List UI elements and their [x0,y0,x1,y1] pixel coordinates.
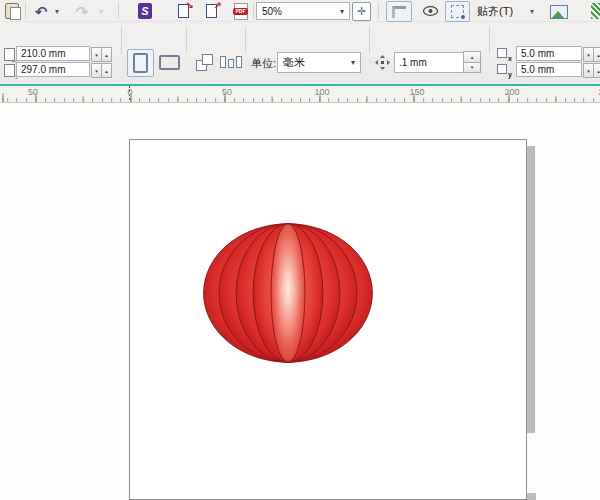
toolbar-separator [369,26,370,54]
page-height-icon: ↕ [3,64,16,77]
pdf-icon: PDF [234,3,248,20]
spinner-up-icon[interactable]: ▴ [593,63,600,78]
units-combobox[interactable]: 毫米 ▾ [277,52,361,73]
show-rulers-toggle[interactable] [386,1,412,22]
toolbar-separator [121,26,122,54]
chevron-down-icon: ▾ [55,8,59,16]
move-arrows-icon [375,55,390,70]
subscript-y: y [508,71,512,78]
ruler-label: 50 [28,87,38,97]
page-height-spinner[interactable]: ▾ ▴ [92,63,112,78]
lantern-segment-ellipse[interactable] [271,224,305,362]
units-value: 毫米 [278,55,346,70]
all-pages-size-button[interactable] [194,52,214,72]
toolbar-separator [245,26,246,54]
page-shape: ↔ [4,48,15,61]
corel-connect-icon: S [138,3,152,19]
undo-button[interactable]: ↶ [31,2,51,20]
options-button[interactable] [550,4,568,19]
chevron-down-icon: ▾ [530,8,534,16]
duplicate-distance-x-value: 5.0 mm [521,48,554,59]
page-bars-icon [220,56,242,68]
duplicate-icon: y [497,64,511,76]
landscape-orientation-button[interactable] [156,49,183,75]
redo-dropdown[interactable]: ▾ [96,6,106,18]
standard-toolbar: ↶ ▾ ↷ ▾ S ↘ ↗ PDF [0,0,600,22]
undo-icon: ↶ [35,4,48,19]
duplicate-distance-x-field[interactable]: 5.0 mm [516,46,582,61]
duplicate-icon: x [497,48,511,60]
spinner-up-icon[interactable]: ▴ [101,63,112,78]
page-height-field[interactable]: 297.0 mm [16,62,90,77]
page-rect-shape [497,48,507,58]
page-width-field[interactable]: 210.0 mm [16,46,90,61]
page-width-icon: ↔ [3,48,16,61]
chevron-down-icon: ▾ [335,7,349,16]
export-button[interactable]: ↗ [204,2,222,20]
nudge-spinner[interactable]: ▴ ▾ [463,52,479,73]
page-shadow-remnant [527,493,536,500]
ruler-label: 150 [409,87,424,97]
bar-shape [236,56,242,68]
corel-connect-button[interactable]: S [136,2,154,20]
toolbar-separator [378,2,379,19]
lantern-segments[interactable] [204,224,373,362]
page-rect-shape [497,64,507,74]
duplicate-x-spinner[interactable]: ▾ ▴ [584,47,600,62]
undo-dropdown[interactable]: ▾ [52,6,62,18]
zoom-level-combobox[interactable]: 50% ▾ [256,2,350,20]
units-label: 单位: [251,56,276,71]
import-button[interactable]: ↘ [176,2,194,20]
mountain-shape [552,11,564,18]
current-page-size-button[interactable] [221,52,241,72]
paste-icon[interactable] [3,2,21,20]
snap-preview-toggle[interactable] [445,1,470,22]
toolbar-separator [118,2,119,19]
portrait-orientation-button[interactable] [127,49,154,77]
import-arrow-shape: ↘ [186,1,194,11]
nudge-distance-value: .1 mm [399,57,427,68]
redo-icon: ↷ [76,4,89,19]
paste-doc-shape [10,7,21,20]
pdf-band-shape: PDF [233,8,248,15]
ruler-label: 0 [127,87,132,97]
clipped-green-icon [591,3,600,19]
ruler-label: 100 [314,87,329,97]
property-bar: ↔ 210.0 mm ▾ ▴ ↕ 297.0 mm ▾ ▴ [0,22,600,57]
snap-to-caret[interactable]: ▾ [527,6,537,18]
horizontal-ruler[interactable]: 50050100150200250 [0,84,600,103]
nudge-distance-field[interactable]: .1 mm [394,52,464,73]
publish-pdf-button[interactable]: PDF [232,2,250,20]
snap-preview-icon [451,5,464,18]
stacked-pages-icon [196,54,213,71]
page-shape: ↕ [4,64,15,77]
spinner-down-icon[interactable]: ▾ [463,62,481,74]
spinner-up-icon[interactable]: ▴ [101,47,112,62]
portrait-icon [133,53,148,73]
export-arrow-shape: ↗ [214,1,222,11]
page-height-value: 297.0 mm [21,64,65,75]
duplicate-distance-y-field[interactable]: 5.0 mm [516,62,582,77]
image-icon [550,5,568,19]
redo-button[interactable]: ↷ [72,2,92,20]
bar-shape [228,59,234,68]
toolbar-separator [186,26,187,54]
snap-to-dropdown[interactable]: 贴齐(T) [477,2,513,20]
page-width-spinner[interactable]: ▾ ▴ [92,47,112,62]
lantern[interactable] [203,223,373,363]
duplicate-distance-x-icon: x [496,47,512,61]
drawing-canvas[interactable] [0,103,600,500]
full-screen-preview-button[interactable] [421,3,439,19]
chevron-down-icon: ▾ [99,8,103,16]
rulers-icon [392,6,406,18]
snap-to-label: 贴齐(T) [477,4,513,19]
paste-clipboard-shape [5,3,19,19]
bar-shape [220,56,226,68]
duplicate-y-spinner[interactable]: ▾ ▴ [584,63,600,78]
ruler-label: 50 [222,87,232,97]
zoom-level-value: 50% [257,6,335,17]
pan-zoom-tool-button[interactable]: ✛ [352,2,371,21]
toolbar-separator [489,26,490,54]
clipped-toolbar-icon[interactable] [591,2,600,20]
spinner-up-icon[interactable]: ▴ [593,47,600,62]
